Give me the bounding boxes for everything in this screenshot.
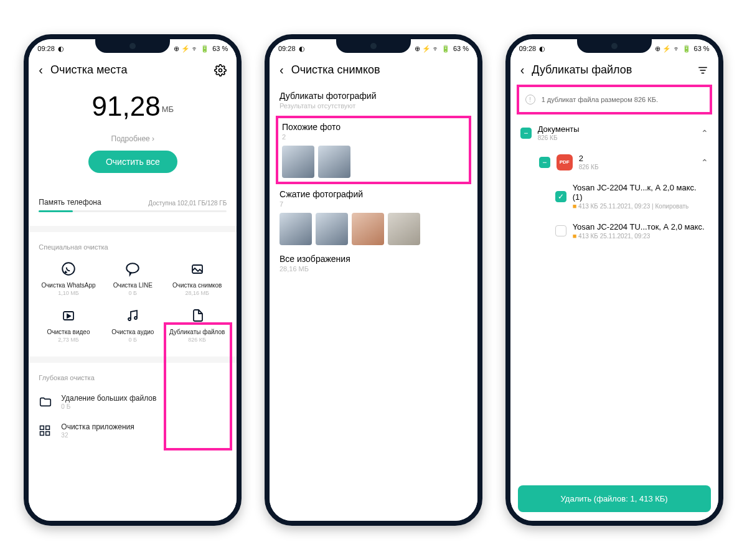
storage-amount: 91,28МБ	[39, 91, 227, 122]
chevron-up-icon[interactable]: ⌃	[701, 128, 708, 138]
delete-button[interactable]: Удалить (файлов: 1, 413 КБ)	[518, 485, 711, 512]
phone-storage-cleanup: 09:28 ◐ ⊕ ⚡ ᯤ 🔋 63 % ‹ Очистка места 91,…	[24, 34, 242, 526]
available-storage: Доступна 102,01 ГБ/128 ГБ	[148, 200, 227, 207]
folder-icon	[39, 395, 52, 409]
highlight-annotation: ! 1 дубликат файла размером 826 КБ.	[517, 85, 712, 114]
back-icon[interactable]: ‹	[520, 63, 525, 77]
clean-line[interactable]: Очистка LINE0 Б	[103, 259, 162, 296]
page-title: Очистка места	[50, 63, 207, 77]
delete-large-files[interactable]: Удаление больших файлов0 Б	[39, 394, 227, 410]
page-title: Очистка снимков	[291, 63, 467, 77]
svg-rect-13	[701, 72, 704, 73]
whatsapp-icon	[59, 259, 78, 278]
back-icon[interactable]: ‹	[280, 63, 284, 77]
file-copy-icon	[188, 306, 207, 325]
all-images-size: 28,16 МБ	[280, 265, 467, 273]
compress-photos-count: 7	[280, 200, 467, 208]
photo-thumbnail[interactable]	[318, 146, 350, 178]
svg-point-0	[219, 68, 222, 72]
svg-point-6	[134, 317, 137, 319]
checkbox-partial[interactable]: −	[539, 157, 550, 168]
duplicates-photos-sub: Результаты отсутствуют	[280, 102, 467, 110]
phone-photo-cleanup: 09:28 ◐ ⊕ ⚡ ᯤ 🔋 63 % ‹ Очистка снимков Д…	[265, 34, 482, 526]
more-details-link[interactable]: Подробнее ›	[39, 134, 227, 143]
phone-duplicate-files: 09:28 ◐ ⊕ ⚡ ᯤ 🔋 63 % ‹ Дубликаты файлов …	[505, 34, 723, 526]
photo-thumbnail[interactable]	[316, 213, 348, 245]
back-icon[interactable]: ‹	[39, 63, 43, 77]
do-not-disturb-icon: ◐	[58, 45, 64, 53]
settings-icon[interactable]	[214, 64, 227, 77]
clean-whatsapp[interactable]: Очистка WhatsApp1,10 МБ	[39, 259, 98, 296]
page-title: Дубликаты файлов	[532, 63, 689, 77]
app-cleanup[interactable]: Очистка приложения32	[39, 422, 227, 439]
apps-icon	[39, 424, 52, 437]
svg-rect-7	[40, 426, 44, 430]
svg-rect-9	[40, 432, 44, 436]
folder-dot-icon: ■	[573, 202, 577, 210]
clean-video[interactable]: Очистка видео2,73 МБ	[39, 306, 98, 343]
status-bar: 09:28 ◐ ⊕ ⚡ ᯤ 🔋 63 %	[29, 39, 237, 58]
file-item[interactable]: ✓ Yosan JC-2204 TU...к, А 2,0 макс. (1) …	[520, 177, 708, 216]
pdf-icon: PDF	[557, 154, 573, 170]
photo-thumbnail[interactable]	[282, 146, 314, 178]
folder-dot-icon: ■	[573, 232, 577, 240]
clean-all-button[interactable]: Очистить все	[88, 151, 177, 173]
duplicates-photos-label: Дубликаты фотографий	[280, 91, 467, 101]
status-icons: ⊕ ⚡ ᯤ 🔋 63 %	[174, 45, 228, 53]
line-icon	[123, 259, 142, 278]
checkbox-unchecked[interactable]	[555, 225, 566, 236]
pdf-group[interactable]: − PDF 2 826 КБ ⌃	[520, 147, 708, 177]
svg-rect-11	[698, 67, 707, 68]
svg-rect-12	[700, 70, 705, 71]
checkbox-partial[interactable]: −	[520, 128, 532, 139]
status-bar: 09:28 ◐ ⊕ ⚡ ᯤ 🔋 63 %	[510, 39, 718, 58]
svg-point-2	[127, 263, 139, 273]
file-item[interactable]: Yosan JC-2204 TU...ток, А 2,0 макс. ■ 41…	[520, 216, 708, 246]
info-icon: !	[525, 95, 535, 105]
phone-memory-label: Память телефона	[39, 198, 101, 207]
svg-point-5	[128, 318, 131, 320]
photo-thumbnail[interactable]	[352, 213, 384, 245]
similar-photos-count: 2	[282, 133, 465, 141]
svg-point-1	[62, 263, 75, 275]
filter-icon[interactable]	[697, 65, 708, 76]
photo-thumbnail[interactable]	[280, 213, 312, 245]
checkbox-checked[interactable]: ✓	[555, 191, 566, 202]
image-icon	[188, 259, 207, 278]
all-images-label[interactable]: Все изображения	[280, 254, 467, 264]
compress-photos-label[interactable]: Сжатие фотографий	[280, 189, 467, 199]
svg-rect-10	[46, 432, 50, 436]
category-documents[interactable]: − Документы 826 КБ ⌃	[520, 118, 708, 147]
clean-photos[interactable]: Очистка снимков28,16 МБ	[167, 259, 227, 296]
clean-audio[interactable]: Очистка аудио0 Б	[103, 306, 162, 343]
music-icon	[123, 306, 142, 325]
svg-rect-8	[46, 426, 50, 430]
photo-thumbnail[interactable]	[388, 213, 420, 245]
duplicate-files[interactable]: Дубликаты файлов826 КБ	[167, 306, 227, 343]
video-icon	[59, 306, 78, 325]
info-text: 1 дубликат файла размером 826 КБ.	[542, 96, 658, 103]
deep-cleanup-label: Глубокая очистка	[39, 374, 227, 381]
special-cleanup-label: Специальная очистка	[39, 243, 227, 251]
chevron-up-icon[interactable]: ⌃	[701, 157, 708, 167]
status-bar: 09:28 ◐ ⊕ ⚡ ᯤ 🔋 63 %	[270, 39, 477, 58]
similar-photos-label[interactable]: Похожие фото	[282, 122, 465, 132]
highlight-annotation: Похожие фото 2	[276, 116, 471, 184]
storage-progress-bar	[39, 210, 227, 212]
status-time: 09:28	[37, 45, 55, 52]
